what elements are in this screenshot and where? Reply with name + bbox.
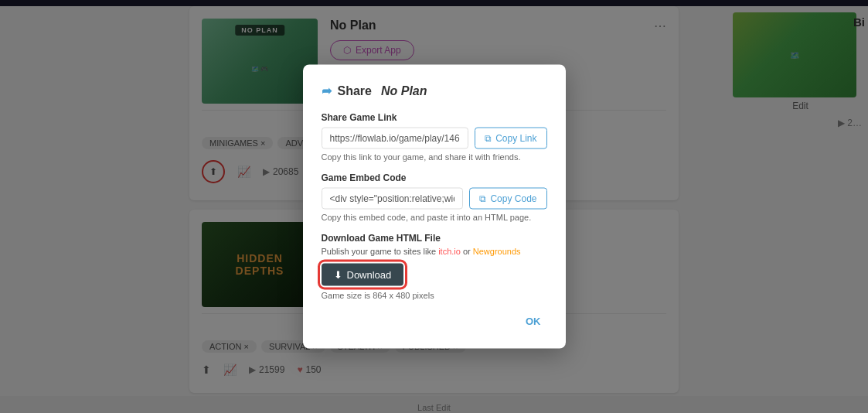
copy-link-button[interactable]: ⧉ Copy Link — [475, 128, 546, 149]
ok-button[interactable]: OK — [519, 312, 547, 330]
share-arrow-icon: ➦ — [322, 84, 332, 98]
copy-code-button[interactable]: ⧉ Copy Code — [469, 188, 546, 210]
copy-code-icon: ⧉ — [479, 193, 486, 204]
copy-link-icon: ⧉ — [485, 133, 492, 144]
itch-link[interactable]: itch.io — [438, 247, 461, 256]
embed-code-input[interactable] — [322, 188, 464, 210]
embed-code-row: ⧉ Copy Code — [322, 188, 547, 210]
modal-footer: OK — [322, 312, 547, 330]
newgrounds-link[interactable]: Newgrounds — [473, 247, 521, 256]
share-game-link-label: Share Game Link — [322, 112, 547, 123]
share-link-hint: Copy this link to your game, and share i… — [322, 152, 547, 162]
embed-code-label: Game Embed Code — [322, 172, 547, 183]
download-desc: Publish your game to sites like itch.io … — [322, 247, 547, 256]
share-link-row: ⧉ Copy Link — [322, 128, 547, 149]
modal-title: ➦ Share No Plan — [322, 84, 547, 98]
download-title: Download Game HTML File — [322, 233, 547, 244]
game-size-text: Game size is 864 x 480 pixels — [322, 291, 547, 300]
download-button[interactable]: ⬇ Download — [322, 264, 404, 286]
modal-title-game: No Plan — [381, 84, 427, 97]
modal-title-prefix: Share — [338, 84, 372, 97]
embed-code-hint: Copy this embed code, and paste it into … — [322, 213, 547, 222]
download-section: Download Game HTML File Publish your gam… — [322, 233, 547, 300]
share-modal: ➦ Share No Plan Share Game Link ⧉ Copy L… — [303, 65, 566, 349]
game-link-input[interactable] — [322, 128, 469, 149]
download-icon: ⬇ — [334, 269, 342, 281]
